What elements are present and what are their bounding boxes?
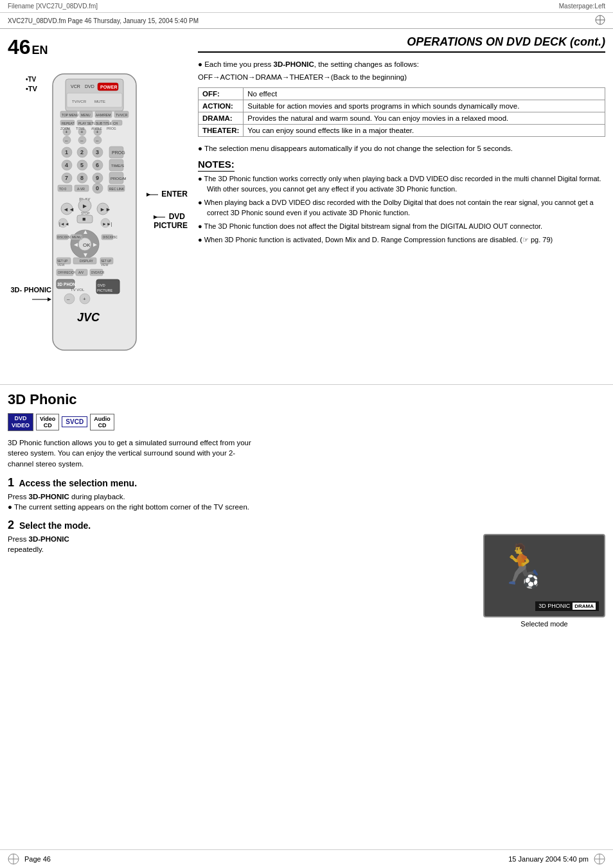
svg-text:–: –: [80, 137, 84, 143]
page-number-heading: 46 EN: [8, 35, 188, 59]
svg-text:2: 2: [80, 149, 84, 155]
svg-text:DVD/VCR: DVD/VCR: [91, 271, 105, 274]
footer-page: Page 46: [24, 855, 51, 863]
page-suffix: EN: [32, 44, 48, 57]
svg-text:SUB TITLE: SUB TITLE: [96, 121, 112, 125]
badge-audio: AudioCD: [90, 414, 114, 430]
header-masterpage: Masterpage:Left: [559, 3, 605, 10]
svg-text:REPEAT: REPEAT: [62, 121, 75, 125]
step2-title: 2 Select the mode.: [8, 518, 605, 532]
svg-text:POWER: POWER: [100, 85, 117, 89]
svg-text:STOP: STOP: [81, 211, 90, 215]
svg-text:◄: ◄: [73, 241, 79, 248]
svg-text:|◄◄: |◄◄: [59, 222, 69, 227]
osd-label: 3D PHONIC: [538, 603, 570, 609]
svg-text:▼: ▼: [82, 251, 89, 258]
svg-text:5: 5: [80, 162, 84, 168]
svg-text:DVD: DVD: [98, 283, 105, 287]
svg-text:CH: CH: [113, 121, 118, 125]
remote-control-area: •TV •TV VCR DVD POWER TV/VCR MUTE: [8, 64, 188, 373]
svg-text:TO 0: TO 0: [59, 187, 66, 191]
osd-value: DRAMA: [573, 603, 596, 610]
tv-screen-mockup: 🏃 ⚽ 3D PHONIC DRAMA Selected mode: [483, 534, 605, 628]
settings-row: ACTION:Suitable for action movies and sp…: [199, 100, 605, 112]
svg-text:7: 7: [65, 175, 68, 181]
section-3d-phonic-title: 3D Phonic: [8, 391, 605, 408]
svg-text:TV/VCR: TV/VCR: [72, 100, 87, 103]
svg-text:ANGLE: ANGLE: [91, 127, 103, 130]
svg-marker-131: [147, 193, 150, 197]
step2-area: Press 3D-PHONICrepeatedly. 🏃 ⚽ 3D PHONIC…: [8, 534, 605, 628]
step-2: 2 Select the mode. Press 3D-PHONICrepeat…: [8, 518, 605, 628]
settings-desc: Suitable for action movies and sports pr…: [244, 100, 605, 112]
settings-row: DRAMA:Provides the natural and warm soun…: [199, 112, 605, 125]
svg-text:9: 9: [96, 175, 99, 181]
notes-section: NOTES: The 3D Phonic function works corr…: [198, 159, 605, 245]
svg-text:■: ■: [82, 216, 85, 222]
svg-text:A-VR: A-VR: [77, 187, 85, 191]
svg-text:REC LINK: REC LINK: [109, 187, 125, 191]
footer-date: 15 January 2004 5:40 pm: [508, 855, 589, 863]
badge-dvd: DVDVIDEO: [8, 413, 33, 431]
tv-screen-caption: Selected mode: [483, 620, 605, 628]
svg-text:PROG: PROG: [112, 150, 125, 155]
svg-text:8: 8: [80, 175, 84, 181]
selection-note-text: The selection menu disappears automatica…: [198, 143, 605, 154]
header-filename: Filename [XVC27U_08DVD.fm]: [8, 3, 98, 10]
svg-text:–: –: [65, 137, 68, 143]
settings-mode: OFF:: [199, 88, 244, 100]
svg-text:ZOOM: ZOOM: [60, 127, 70, 130]
note-item: When playing back a DVD VIDEO disc recor…: [198, 198, 605, 218]
svg-text:VCR: VCR: [71, 84, 80, 89]
page-number: 46: [8, 35, 31, 59]
bottom-section: 3D Phonic DVDVIDEO VideoCD SVCD AudioCD …: [0, 384, 613, 641]
label-dvd-picture: DVD PICTURE: [154, 212, 188, 230]
footer-crosshair-left: [8, 853, 19, 865]
svg-text:TV VOL: TV VOL: [71, 288, 85, 292]
footer-bar: Page 46 15 January 2004 5:40 pm: [0, 849, 613, 868]
label-enter: ENTER: [147, 190, 188, 199]
subheader-date: XVC27U_08DVD.fm Page 46 Thursday, Januar…: [8, 17, 199, 24]
mode-sequence: OFF→ACTION→DRAMA→THEATER→(Back to the be…: [198, 72, 605, 82]
svg-text:PROG: PROG: [107, 127, 116, 130]
settings-desc: No effect: [244, 88, 605, 100]
badge-svcd: SVCD: [62, 416, 87, 427]
svg-marker-129: [48, 297, 51, 301]
svg-text:A/V: A/V: [78, 270, 84, 274]
main-content: 46 EN •TV •TV VCR DVD POWER TV/VCR: [0, 29, 613, 379]
selection-menu-note: The selection menu disappears automatica…: [198, 143, 605, 154]
svg-text:1: 1: [65, 149, 68, 155]
svg-text:VIEW: VIEW: [57, 263, 65, 267]
badge-video: VideoCD: [36, 414, 59, 430]
settings-row: OFF:No effect: [199, 88, 605, 100]
svg-text:VIEW: VIEW: [101, 263, 109, 267]
osd-display: 3D PHONIC DRAMA: [535, 601, 599, 611]
settings-row: THEATER:You can enjoy sound effects like…: [199, 125, 605, 137]
svg-text:DISC/DISC: DISC/DISC: [103, 236, 118, 239]
remote-svg: VCR DVD POWER TV/VCR MUTE TOP MENU MENU …: [33, 67, 162, 363]
settings-desc: You can enjoy sound effects like in a ma…: [244, 125, 605, 137]
step1-title: 1 Access the selection menu.: [8, 476, 605, 490]
note-item: When 3D Phonic function is activated, Do…: [198, 235, 605, 245]
svg-text:DISC/DISC: DISC/DISC: [57, 236, 73, 239]
svg-text:+: +: [83, 296, 86, 302]
section-description: 3D Phonic function allows you to get a s…: [8, 438, 252, 470]
svg-text:MUTE: MUTE: [94, 100, 105, 103]
svg-text:SET UP: SET UP: [57, 260, 67, 263]
soccer-ball: ⚽: [523, 574, 539, 589]
svg-text:JVC: JVC: [77, 311, 100, 324]
step-1: 1 Access the selection menu. Press 3D-PH…: [8, 476, 605, 512]
notes-title: NOTES:: [198, 159, 235, 172]
right-column: OPERATIONS ON DVD DECK (cont.) Each time…: [198, 35, 605, 373]
svg-text:–: –: [67, 296, 70, 302]
subheader-crosshair: [595, 15, 605, 26]
step1-bullet: The current setting appears on the right…: [8, 502, 605, 512]
note-item: The 3D Phonic function works correctly o…: [198, 174, 605, 195]
svg-text:TIME/S: TIME/S: [111, 164, 124, 168]
svg-text:DISPLAY: DISPLAY: [80, 259, 93, 263]
svg-text:►: ►: [82, 202, 88, 209]
step1-body: Press 3D-PHONIC during playback. The cur…: [8, 492, 605, 512]
svg-text:◄◄: ◄◄: [63, 206, 75, 213]
svg-text:–: –: [96, 137, 99, 143]
svg-text:PICTURE: PICTURE: [97, 288, 112, 292]
